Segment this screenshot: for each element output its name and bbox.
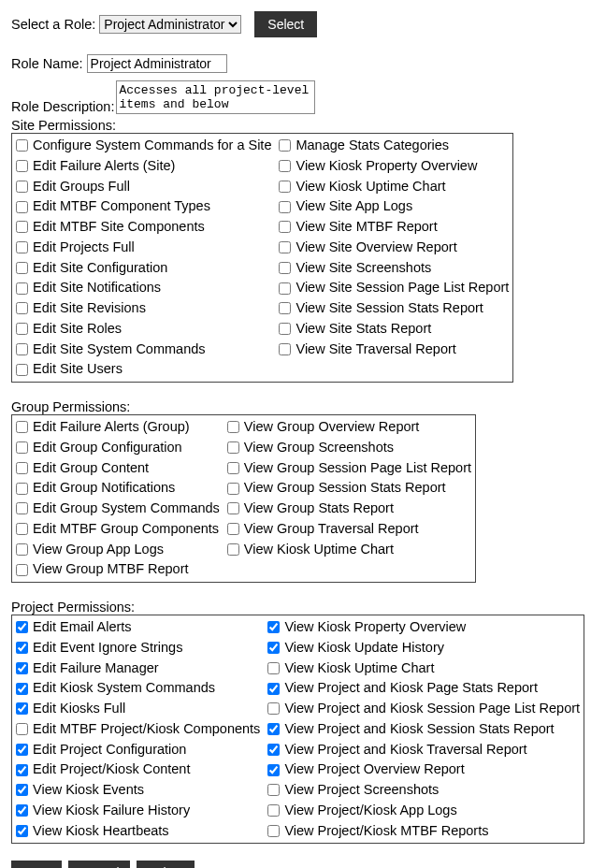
delete-button[interactable]: Delete [137, 861, 195, 868]
site-perm-checkbox[interactable] [16, 343, 28, 355]
group-perm-label: View Group Stats Report [244, 499, 394, 519]
site-perm-item: Edit Site System Commands [16, 340, 271, 360]
site-perm-item: View Site App Logs [279, 196, 509, 217]
project-perm-checkbox[interactable] [16, 723, 28, 735]
cancel-button[interactable]: Cancel [68, 861, 130, 868]
site-perm-checkbox[interactable] [279, 282, 291, 295]
project-perm-checkbox[interactable] [16, 642, 28, 654]
project-perm-label: View Project/Kiosk App Logs [284, 801, 456, 821]
select-button[interactable]: Select [254, 11, 317, 37]
site-perm-item: Edit Groups Full [16, 177, 271, 197]
group-perm-checkbox[interactable] [16, 462, 28, 474]
save-button[interactable]: Save [11, 861, 62, 868]
role-name-row: Role Name: [11, 54, 580, 73]
project-perm-checkbox[interactable] [267, 784, 280, 796]
project-perm-item: View Project/Kiosk MTBF Reports [267, 821, 580, 842]
site-perm-label: Edit Groups Full [33, 177, 130, 197]
project-perm-checkbox[interactable] [267, 642, 280, 654]
group-perm-item: View Group Screenshots [227, 438, 471, 458]
group-perm-checkbox[interactable] [227, 421, 239, 433]
project-perm-checkbox[interactable] [267, 662, 280, 674]
project-perm-checkbox[interactable] [267, 621, 280, 633]
project-perm-checkbox[interactable] [267, 804, 280, 817]
project-perm-checkbox[interactable] [267, 723, 280, 735]
site-perm-item: View Kiosk Uptime Chart [279, 177, 509, 197]
project-perm-checkbox[interactable] [16, 744, 28, 756]
group-perm-label: View Group Session Stats Report [244, 478, 446, 499]
site-perm-checkbox[interactable] [279, 139, 291, 152]
group-perm-checkbox[interactable] [227, 441, 239, 454]
project-perm-checkbox[interactable] [267, 744, 280, 756]
site-perm-checkbox[interactable] [16, 241, 28, 253]
group-permissions-box: Edit Failure Alerts (Group)Edit Group Co… [11, 414, 476, 583]
group-perm-label: Edit Group Notifications [33, 478, 175, 499]
site-perm-checkbox[interactable] [279, 241, 291, 253]
site-perm-checkbox[interactable] [279, 323, 291, 335]
group-perm-label: Edit Failure Alerts (Group) [33, 417, 190, 438]
group-perm-item: View Group Session Page List Report [227, 458, 471, 479]
site-perm-checkbox[interactable] [16, 201, 28, 213]
group-perm-label: View Group MTBF Report [33, 559, 189, 580]
project-perm-checkbox[interactable] [16, 764, 28, 776]
project-perm-checkbox[interactable] [267, 702, 280, 715]
group-perm-checkbox[interactable] [227, 523, 239, 535]
project-perm-item: View Kiosk Events [16, 780, 260, 801]
project-perm-label: Edit Project Configuration [33, 740, 186, 760]
project-perm-checkbox[interactable] [16, 804, 28, 817]
site-perm-label: View Site Stats Report [296, 319, 431, 340]
site-perm-checkbox[interactable] [16, 302, 28, 314]
group-perm-item: View Group App Logs [16, 540, 220, 560]
site-perm-checkbox[interactable] [279, 262, 291, 274]
site-perm-checkbox[interactable] [279, 160, 291, 172]
group-perm-checkbox[interactable] [16, 483, 28, 495]
project-perm-item: View Kiosk Failure History [16, 801, 260, 821]
project-perm-checkbox[interactable] [267, 764, 280, 776]
project-perm-item: Edit MTBF Project/Kiosk Components [16, 719, 260, 740]
site-perm-checkbox[interactable] [279, 181, 291, 193]
group-perm-checkbox[interactable] [227, 543, 239, 556]
group-perm-checkbox[interactable] [16, 523, 28, 535]
site-perm-checkbox[interactable] [16, 221, 28, 233]
group-perm-checkbox[interactable] [227, 502, 239, 514]
site-perm-checkbox[interactable] [279, 343, 291, 355]
project-perm-checkbox[interactable] [267, 683, 280, 695]
role-name-input[interactable] [87, 54, 227, 73]
group-perm-checkbox[interactable] [16, 441, 28, 454]
project-perm-item: View Project and Kiosk Page Stats Report [267, 678, 580, 699]
project-perm-checkbox[interactable] [16, 702, 28, 715]
site-perm-item: View Site Screenshots [279, 258, 509, 279]
group-perm-checkbox[interactable] [227, 462, 239, 474]
site-perm-checkbox[interactable] [16, 364, 28, 376]
role-select[interactable]: Project Administrator [99, 15, 241, 34]
site-perm-checkbox[interactable] [16, 139, 28, 152]
site-perm-checkbox[interactable] [16, 323, 28, 335]
group-perm-checkbox[interactable] [16, 564, 28, 576]
group-perm-checkbox[interactable] [16, 502, 28, 514]
project-perm-checkbox[interactable] [16, 683, 28, 695]
site-perm-checkbox[interactable] [279, 302, 291, 314]
site-perm-item: Edit Site Configuration [16, 258, 271, 279]
project-perm-item: View Project and Kiosk Traversal Report [267, 740, 580, 760]
project-perm-checkbox[interactable] [16, 662, 28, 674]
group-perm-checkbox[interactable] [227, 483, 239, 495]
site-perm-checkbox[interactable] [16, 282, 28, 295]
site-perm-item: View Site Stats Report [279, 319, 509, 340]
site-perm-checkbox[interactable] [16, 262, 28, 274]
site-perm-checkbox[interactable] [279, 201, 291, 213]
group-perm-checkbox[interactable] [16, 543, 28, 556]
site-perm-label: View Kiosk Uptime Chart [296, 177, 445, 197]
site-perm-checkbox[interactable] [279, 221, 291, 233]
project-perm-label: View Kiosk Update History [284, 638, 444, 658]
project-perm-checkbox[interactable] [267, 825, 280, 837]
group-perm-checkbox[interactable] [16, 421, 28, 433]
group-perm-item: Edit Group System Commands [16, 499, 220, 519]
project-perm-item: Edit Failure Manager [16, 658, 260, 679]
group-perm-item: View Group Overview Report [227, 417, 471, 438]
project-perm-checkbox[interactable] [16, 784, 28, 796]
project-perm-checkbox[interactable] [16, 825, 28, 837]
role-desc-input[interactable] [116, 80, 315, 114]
site-perm-checkbox[interactable] [16, 160, 28, 172]
project-perm-checkbox[interactable] [16, 621, 28, 633]
site-perm-checkbox[interactable] [16, 181, 28, 193]
group-perm-item: View Group Traversal Report [227, 519, 471, 540]
